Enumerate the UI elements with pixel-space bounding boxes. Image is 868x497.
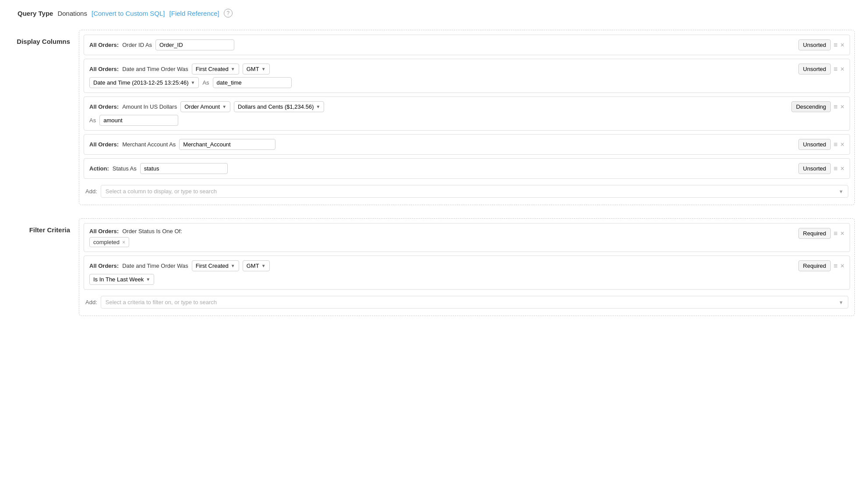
display-add-arrow-icon: ▼ xyxy=(839,189,843,194)
frow2-prefix: All Orders: xyxy=(89,263,119,269)
display-row-status: Action: Status As Unsorted ≡ × xyxy=(84,158,850,179)
row4-prefix: All Orders: xyxy=(89,141,119,148)
frow2-field: Date and Time Order Was xyxy=(122,263,188,269)
frow1-prefix: All Orders: xyxy=(89,228,119,234)
filter-criteria-section: Filter Criteria All Orders: Order Status… xyxy=(13,218,855,316)
row1-drag-icon[interactable]: ≡ xyxy=(833,41,837,49)
filter-row-order-status: All Orders: Order Status Is One Of: comp… xyxy=(84,223,850,252)
query-type-label: Query Type xyxy=(18,10,53,17)
row4-sort-button[interactable]: Unsorted xyxy=(798,139,831,150)
frow2-drag-icon[interactable]: ≡ xyxy=(833,262,837,270)
row2-as-label: As xyxy=(202,79,209,86)
row4-alias-input[interactable] xyxy=(179,139,275,150)
display-row-merchant: All Orders: Merchant Account As Unsorted… xyxy=(84,134,850,155)
frow2-close-icon[interactable]: × xyxy=(840,262,844,270)
row3-prefix: All Orders: xyxy=(89,103,119,110)
completed-tag: completed × xyxy=(89,237,129,247)
display-add-label: Add: xyxy=(85,188,97,195)
completed-tag-label: completed xyxy=(93,239,120,245)
field-reference-link[interactable]: [Field Reference] xyxy=(169,10,219,17)
row2-dropdown1[interactable]: First Created ▼ xyxy=(192,64,239,75)
query-type-value: Donations xyxy=(57,10,87,17)
row5-drag-icon[interactable]: ≡ xyxy=(833,165,837,173)
display-add-row: Add: Select a column to display, or type… xyxy=(84,182,850,200)
frow1-close-icon[interactable]: × xyxy=(840,230,844,238)
filter-add-label: Add: xyxy=(85,299,97,305)
row3-as-label: As xyxy=(89,117,96,124)
row1-sort-button[interactable]: Unsorted xyxy=(798,39,831,50)
row5-close-icon[interactable]: × xyxy=(840,165,844,173)
row3-sort-button[interactable]: Descending xyxy=(791,101,831,112)
filter-add-row: Add: Select a criteria to filter on, or … xyxy=(84,293,850,311)
display-columns-label: Display Columns xyxy=(13,30,79,205)
row1-close-icon[interactable]: × xyxy=(840,41,844,49)
display-add-select[interactable]: Select a column to display, or type to s… xyxy=(101,185,848,198)
display-row-amount: All Orders: Amount In US Dollars Order A… xyxy=(84,96,850,131)
frow1-drag-icon[interactable]: ≡ xyxy=(833,230,837,238)
row5-field: Status As xyxy=(113,165,137,172)
row4-close-icon[interactable]: × xyxy=(840,141,844,149)
convert-to-custom-sql-link[interactable]: [Convert to Custom SQL] xyxy=(92,10,165,17)
row1-prefix: All Orders: xyxy=(89,42,119,48)
frow2-required-button[interactable]: Required xyxy=(798,260,831,271)
query-type-row: Query Type Donations [Convert to Custom … xyxy=(13,9,855,18)
row5-prefix: Action: xyxy=(89,165,109,172)
frow2-dropdown2[interactable]: GMT ▼ xyxy=(243,260,270,271)
row1-field: Order ID As xyxy=(122,42,152,48)
help-icon[interactable]: ? xyxy=(224,9,233,18)
filter-criteria-label: Filter Criteria xyxy=(13,218,79,316)
display-row-date-time: All Orders: Date and Time Order Was Firs… xyxy=(84,59,850,93)
row2-prefix: All Orders: xyxy=(89,66,119,72)
row2-alias-input[interactable] xyxy=(213,77,292,88)
row2-field: Date and Time Order Was xyxy=(122,66,188,72)
display-columns-content: All Orders: Order ID As Unsorted ≡ × All… xyxy=(79,30,855,205)
row4-field: Merchant Account As xyxy=(122,141,176,148)
row5-alias-input[interactable] xyxy=(140,163,228,174)
display-row-order-id: All Orders: Order ID As Unsorted ≡ × xyxy=(84,35,850,55)
row2-dropdown2[interactable]: GMT ▼ xyxy=(243,64,270,75)
filter-add-placeholder: Select a criteria to filter on, or type … xyxy=(106,299,217,305)
filter-criteria-content: All Orders: Order Status Is One Of: comp… xyxy=(79,218,855,316)
row4-drag-icon[interactable]: ≡ xyxy=(833,141,837,149)
display-add-placeholder: Select a column to display, or type to s… xyxy=(106,188,217,195)
display-columns-section: Display Columns All Orders: Order ID As … xyxy=(13,30,855,205)
filter-row-date-time: All Orders: Date and Time Order Was Firs… xyxy=(84,256,850,290)
row3-close-icon[interactable]: × xyxy=(840,103,844,111)
filter-add-arrow-icon: ▼ xyxy=(839,300,843,305)
row2-sort-button[interactable]: Unsorted xyxy=(798,64,831,75)
frow1-field: Order Status Is One Of: xyxy=(122,228,182,234)
row2-close-icon[interactable]: × xyxy=(840,65,844,73)
row3-dropdown2[interactable]: Dollars and Cents ($1,234.56) ▼ xyxy=(234,101,324,112)
filter-add-select[interactable]: Select a criteria to filter on, or type … xyxy=(101,296,848,309)
row1-alias-input[interactable] xyxy=(155,39,234,50)
frow1-required-button[interactable]: Required xyxy=(798,228,831,239)
row5-sort-button[interactable]: Unsorted xyxy=(798,163,831,174)
row2-format-dropdown[interactable]: Date and Time (2013-12-25 13:25:46) ▼ xyxy=(89,77,199,88)
frow2-condition-dropdown[interactable]: Is In The Last Week ▼ xyxy=(89,274,154,285)
row2-drag-icon[interactable]: ≡ xyxy=(833,65,837,73)
completed-tag-remove[interactable]: × xyxy=(122,239,125,245)
frow2-dropdown1[interactable]: First Created ▼ xyxy=(192,260,239,271)
row3-dropdown1[interactable]: Order Amount ▼ xyxy=(180,101,230,112)
row3-field: Amount In US Dollars xyxy=(122,103,177,110)
row3-drag-icon[interactable]: ≡ xyxy=(833,103,837,111)
row3-alias-input[interactable] xyxy=(99,115,178,126)
